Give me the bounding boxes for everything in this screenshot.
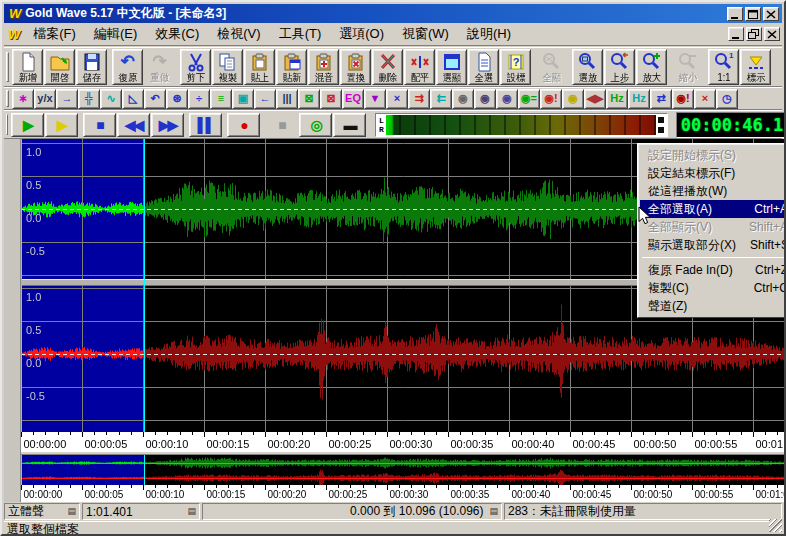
play-selection-button[interactable]: ▶	[45, 113, 78, 137]
marker-button[interactable]: 標示	[740, 49, 771, 85]
swap-channels-icon[interactable]: ⇄	[650, 89, 672, 109]
smoother-icon[interactable]: ⇇	[430, 89, 452, 109]
resize-grip[interactable]	[769, 519, 782, 532]
trim-button[interactable]: 配平	[404, 49, 435, 85]
mouse-cursor	[638, 206, 653, 230]
menu-7[interactable]: 視窗(W)	[393, 22, 458, 46]
play-button[interactable]: ▶	[11, 113, 44, 137]
toolbar-grip[interactable]	[6, 90, 9, 107]
meter-range-buttons[interactable]	[656, 116, 666, 134]
set-marker-button[interactable]: ?設標	[500, 49, 531, 85]
compressor-icon[interactable]: ▣	[232, 89, 254, 109]
zoom-previous-button[interactable]: 上步	[604, 49, 635, 85]
knob-alert2-icon[interactable]: ◉!	[672, 89, 694, 109]
pitch-icon[interactable]: ÷	[188, 89, 210, 109]
popup-icon[interactable]: ▤	[187, 507, 196, 516]
monitor-button[interactable]: ▬	[333, 113, 366, 137]
zoom-selection-button[interactable]: 選放	[572, 49, 603, 85]
fast-forward-button[interactable]: ▶▶	[151, 113, 184, 137]
menu-4[interactable]: 檢視(V)	[208, 22, 269, 46]
context-item-3[interactable]: 從這裡播放(W)	[640, 182, 786, 200]
close-button[interactable]	[763, 7, 779, 21]
new-button[interactable]: 新增	[12, 49, 43, 85]
pan-icon[interactable]: ◺	[122, 89, 144, 109]
knob-level-icon[interactable]: ◉=	[518, 89, 540, 109]
select-view-button[interactable]: 選顯	[436, 49, 467, 85]
mdi-minimize-button[interactable]	[728, 27, 744, 41]
menu-3[interactable]: 效果(C)	[146, 22, 208, 46]
knob-ccw-icon[interactable]: ◉	[474, 89, 496, 109]
cut-button[interactable]: 剪下	[180, 49, 211, 85]
context-item-6[interactable]: 顯示選取部分(X)Shift+S	[640, 236, 786, 254]
silence-icon[interactable]: ×	[694, 89, 716, 109]
overview-time-axis[interactable]	[21, 485, 786, 502]
mdi-close-button[interactable]	[764, 27, 780, 41]
hz-step-icon[interactable]: Hz	[628, 89, 650, 109]
context-item-10[interactable]: 聲道(Z)	[640, 297, 786, 315]
zoom-in-button[interactable]: 放大	[636, 49, 667, 85]
record-button[interactable]: ●	[227, 113, 260, 137]
maximize-button[interactable]	[745, 7, 761, 21]
rewind-button[interactable]: ◀◀	[117, 113, 150, 137]
reverse-icon[interactable]: ↶	[144, 89, 166, 109]
expression-icon[interactable]: y/x	[34, 89, 56, 109]
one-to-one-button[interactable]: 11:1	[708, 49, 739, 85]
stop-button[interactable]: ■	[83, 113, 116, 137]
context-item-9[interactable]: 複製(C)Ctrl+C	[640, 279, 786, 297]
mechanize-icon[interactable]: ⊛	[166, 89, 188, 109]
eq-rainbow-icon[interactable]: EQ	[342, 89, 364, 109]
record-options-button[interactable]: ◎	[299, 113, 332, 137]
paste-button[interactable]: 貼上	[244, 49, 275, 85]
minimize-button[interactable]	[727, 7, 743, 21]
copy-button[interactable]: 複製	[212, 49, 243, 85]
menu-5[interactable]: 工具(T)	[270, 22, 331, 46]
replace-button[interactable]: 置換	[340, 49, 371, 85]
timer-icon[interactable]: ◷	[716, 89, 738, 109]
paste-new-button[interactable]: 貼新	[276, 49, 307, 85]
mix-button[interactable]: 混音	[308, 49, 339, 85]
echo-icon[interactable]: ∿	[100, 89, 122, 109]
menu-1[interactable]: 檔案(F)	[24, 22, 85, 46]
context-item-8[interactable]: 復原 Fade In(D)Ctrl+Z	[640, 261, 786, 279]
slider-knob-icon[interactable]: ◉	[562, 89, 584, 109]
popup-icon[interactable]: ▤	[489, 507, 498, 516]
context-item-2[interactable]: 設定結束標示(F)	[640, 164, 786, 182]
menu-8[interactable]: 說明(H)	[458, 22, 520, 46]
save-button[interactable]: 儲存	[76, 49, 107, 85]
menu-2[interactable]: 編輯(E)	[85, 22, 146, 46]
pause-button[interactable]: ▌▌	[189, 113, 222, 137]
knob-alert-icon[interactable]: ◉!	[540, 89, 562, 109]
equalizer-icon[interactable]: ≡	[210, 89, 232, 109]
volume-sliders-icon[interactable]: |||	[276, 89, 298, 109]
noise-repair-icon[interactable]: ×	[386, 89, 408, 109]
status-channel-mode[interactable]: 立體聲▤	[4, 503, 80, 520]
offset-icon[interactable]: →	[56, 89, 78, 109]
invert-icon[interactable]: ←	[254, 89, 276, 109]
select-all-button[interactable]: 全選	[468, 49, 499, 85]
time-axis[interactable]	[21, 432, 786, 452]
menu-6[interactable]: 選項(O)	[330, 22, 393, 46]
spectrum-icon[interactable]: ▼	[364, 89, 386, 109]
context-item-4[interactable]: 全部選取(A)Ctrl+A	[640, 200, 786, 218]
overview-panel[interactable]	[21, 454, 786, 485]
knob-cw-icon[interactable]: ◉	[496, 89, 518, 109]
balance-icon[interactable]: ◀▶	[584, 89, 606, 109]
declick-icon[interactable]: ⇉	[408, 89, 430, 109]
popup-icon[interactable]: ▤	[67, 507, 76, 516]
undo-button[interactable]: ↶復原	[112, 49, 143, 85]
toolbar-grip[interactable]	[6, 114, 8, 136]
mdi-restore-button[interactable]	[746, 27, 762, 41]
doppler-icon[interactable]: ∗	[12, 89, 34, 109]
effects-toolbar: ∗y/x→╬∿◺↶⊛÷≡▣←|||⊠⊠EQ▼×⇉⇇◉◉◉◉=◉!◉◀▶HzHz⇄…	[4, 87, 782, 110]
trim-icon	[409, 52, 431, 72]
knob-icon[interactable]: ◉	[452, 89, 474, 109]
toolbar-grip[interactable]	[6, 52, 9, 82]
open-button[interactable]: 開啓	[44, 49, 75, 85]
status-selection[interactable]: 0.000 到 10.096 (10.096)▤	[202, 503, 502, 520]
hz-play-icon[interactable]: Hz	[606, 89, 628, 109]
delete-button[interactable]: 刪除	[372, 49, 403, 85]
max-volume-icon[interactable]: ⊠	[320, 89, 342, 109]
flange-icon[interactable]: ╬	[78, 89, 100, 109]
match-volume-icon[interactable]: ⊠	[298, 89, 320, 109]
status-length[interactable]: 1:01.401▤	[82, 503, 200, 520]
